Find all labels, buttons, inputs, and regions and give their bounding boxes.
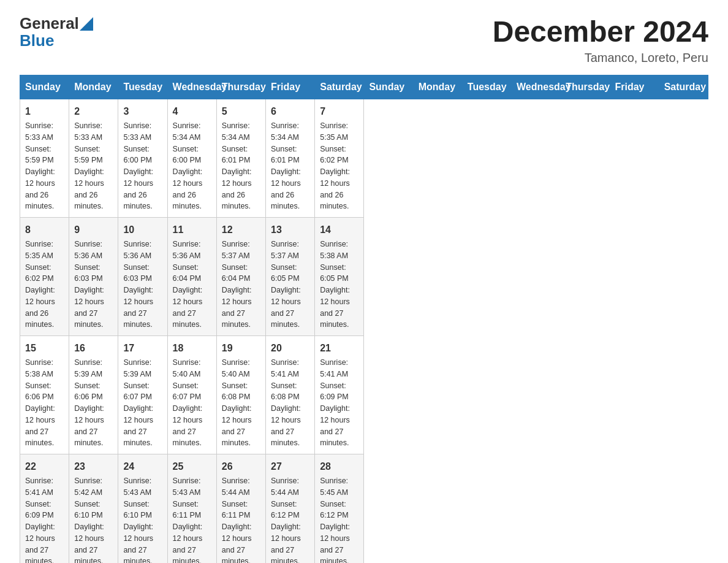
col-header-friday: Friday (266, 75, 315, 99)
sunset-label: Sunset: 6:05 PM (320, 263, 349, 283)
calendar-cell: 15 Sunrise: 5:38 AM Sunset: 6:06 PM Dayl… (20, 336, 69, 454)
calendar-cell: 6 Sunrise: 5:34 AM Sunset: 6:01 PM Dayli… (266, 99, 315, 218)
day-number: 21 (320, 341, 358, 356)
page-title: December 2024 (493, 15, 708, 48)
daylight-label: Daylight: 12 hours and 27 minutes. (74, 286, 104, 329)
sunset-label: Sunset: 6:10 PM (123, 500, 152, 520)
daylight-label: Daylight: 12 hours and 27 minutes. (123, 286, 153, 329)
logo-text: General Blue (20, 15, 93, 50)
week-row-1: 1 Sunrise: 5:33 AM Sunset: 5:59 PM Dayli… (20, 99, 708, 218)
sunrise-label: Sunrise: 5:35 AM (320, 121, 348, 142)
daylight-label: Daylight: 12 hours and 27 minutes. (25, 404, 55, 447)
sunset-label: Sunset: 6:01 PM (222, 145, 251, 165)
daylight-label: Daylight: 12 hours and 26 minutes. (123, 167, 153, 210)
sunrise-label: Sunrise: 5:35 AM (25, 240, 53, 260)
calendar-cell: 11 Sunrise: 5:36 AM Sunset: 6:04 PM Dayl… (167, 218, 216, 336)
calendar-cell: 13 Sunrise: 5:37 AM Sunset: 6:05 PM Dayl… (266, 218, 315, 336)
sunrise-label: Sunrise: 5:39 AM (74, 358, 102, 378)
sunrise-label: Sunrise: 5:41 AM (271, 358, 299, 378)
col-header-monday: Monday (413, 75, 462, 99)
week-row-3: 15 Sunrise: 5:38 AM Sunset: 6:06 PM Dayl… (20, 336, 708, 454)
daylight-label: Daylight: 12 hours and 26 minutes. (222, 167, 252, 210)
calendar-cell: 26 Sunrise: 5:44 AM Sunset: 6:11 PM Dayl… (216, 454, 265, 564)
sunrise-label: Sunrise: 5:42 AM (74, 477, 102, 497)
day-number: 9 (74, 223, 113, 237)
daylight-label: Daylight: 12 hours and 27 minutes. (271, 523, 301, 563)
daylight-label: Daylight: 12 hours and 27 minutes. (271, 286, 301, 329)
subtitle: Tamanco, Loreto, Peru (493, 51, 708, 65)
calendar-cell: 16 Sunrise: 5:39 AM Sunset: 6:06 PM Dayl… (69, 336, 118, 454)
calendar-cell: 18 Sunrise: 5:40 AM Sunset: 6:07 PM Dayl… (167, 336, 216, 454)
daylight-label: Daylight: 12 hours and 27 minutes. (222, 404, 252, 447)
daylight-label: Daylight: 12 hours and 27 minutes. (173, 404, 203, 447)
calendar-cell: 27 Sunrise: 5:44 AM Sunset: 6:12 PM Dayl… (266, 454, 315, 564)
sunrise-label: Sunrise: 5:38 AM (25, 358, 53, 378)
daylight-label: Daylight: 12 hours and 27 minutes. (320, 286, 350, 329)
calendar-cell: 2 Sunrise: 5:33 AM Sunset: 5:59 PM Dayli… (69, 99, 118, 218)
day-number: 11 (173, 223, 211, 237)
sunrise-label: Sunrise: 5:34 AM (271, 121, 299, 142)
calendar-cell: 1 Sunrise: 5:33 AM Sunset: 5:59 PM Dayli… (20, 99, 69, 218)
day-number: 25 (173, 459, 211, 474)
sunset-label: Sunset: 6:04 PM (173, 263, 202, 283)
sunset-label: Sunset: 6:06 PM (25, 381, 54, 402)
calendar-cell: 20 Sunrise: 5:41 AM Sunset: 6:08 PM Dayl… (266, 336, 315, 454)
sunset-label: Sunset: 6:07 PM (173, 381, 202, 402)
sunrise-label: Sunrise: 5:40 AM (222, 358, 250, 378)
col-header-thursday: Thursday (216, 75, 265, 99)
sunset-label: Sunset: 6:00 PM (173, 145, 202, 165)
calendar-cell: 14 Sunrise: 5:38 AM Sunset: 6:05 PM Dayl… (315, 218, 364, 336)
day-number: 4 (173, 104, 211, 119)
day-number: 14 (320, 223, 358, 237)
col-header-sunday: Sunday (20, 75, 69, 99)
sunset-label: Sunset: 6:11 PM (222, 500, 251, 520)
sunset-label: Sunset: 5:59 PM (25, 145, 54, 165)
daylight-label: Daylight: 12 hours and 27 minutes. (271, 404, 301, 447)
sunset-label: Sunset: 6:10 PM (74, 500, 103, 520)
day-number: 19 (222, 341, 260, 356)
day-number: 1 (25, 104, 64, 119)
week-row-2: 8 Sunrise: 5:35 AM Sunset: 6:02 PM Dayli… (20, 218, 708, 336)
calendar-cell: 8 Sunrise: 5:35 AM Sunset: 6:02 PM Dayli… (20, 218, 69, 336)
day-number: 7 (320, 104, 358, 119)
col-header-wednesday: Wednesday (167, 75, 216, 99)
calendar-cell: 10 Sunrise: 5:36 AM Sunset: 6:03 PM Dayl… (118, 218, 167, 336)
day-number: 27 (271, 459, 309, 474)
week-row-4: 22 Sunrise: 5:41 AM Sunset: 6:09 PM Dayl… (20, 454, 708, 564)
sunrise-label: Sunrise: 5:41 AM (320, 358, 348, 378)
daylight-label: Daylight: 12 hours and 27 minutes. (173, 523, 203, 563)
daylight-label: Daylight: 12 hours and 27 minutes. (123, 523, 153, 563)
sunrise-label: Sunrise: 5:33 AM (123, 121, 151, 142)
day-number: 23 (74, 459, 113, 474)
sunrise-label: Sunrise: 5:37 AM (271, 240, 299, 260)
sunrise-label: Sunrise: 5:37 AM (222, 240, 250, 260)
day-number: 5 (222, 104, 260, 119)
sunrise-label: Sunrise: 5:33 AM (74, 121, 102, 142)
day-number: 8 (25, 223, 64, 237)
day-number: 22 (25, 459, 64, 474)
sunset-label: Sunset: 6:02 PM (320, 145, 349, 165)
col-header-monday: Monday (69, 75, 118, 99)
sunset-label: Sunset: 6:03 PM (123, 263, 152, 283)
daylight-label: Daylight: 12 hours and 26 minutes. (74, 167, 104, 210)
sunset-label: Sunset: 6:04 PM (222, 263, 251, 283)
calendar-cell: 25 Sunrise: 5:43 AM Sunset: 6:11 PM Dayl… (167, 454, 216, 564)
header: General Blue December 2024 Tamanco, Lore… (20, 15, 708, 65)
sunset-label: Sunset: 6:08 PM (271, 381, 300, 402)
sunset-label: Sunset: 6:05 PM (271, 263, 300, 283)
calendar-cell: 3 Sunrise: 5:33 AM Sunset: 6:00 PM Dayli… (118, 99, 167, 218)
sunrise-label: Sunrise: 5:36 AM (123, 240, 151, 260)
sunset-label: Sunset: 6:09 PM (25, 500, 54, 520)
svg-marker-0 (80, 17, 93, 31)
daylight-label: Daylight: 12 hours and 26 minutes. (173, 167, 203, 210)
sunrise-label: Sunrise: 5:36 AM (74, 240, 102, 260)
daylight-label: Daylight: 12 hours and 27 minutes. (25, 523, 55, 563)
sunset-label: Sunset: 6:06 PM (74, 381, 103, 402)
calendar-cell: 28 Sunrise: 5:45 AM Sunset: 6:12 PM Dayl… (315, 454, 364, 564)
sunset-label: Sunset: 6:03 PM (74, 263, 103, 283)
day-number: 12 (222, 223, 260, 237)
col-header-thursday: Thursday (561, 75, 610, 99)
sunset-label: Sunset: 6:07 PM (123, 381, 152, 402)
sunrise-label: Sunrise: 5:45 AM (320, 477, 348, 497)
daylight-label: Daylight: 12 hours and 26 minutes. (320, 167, 350, 210)
